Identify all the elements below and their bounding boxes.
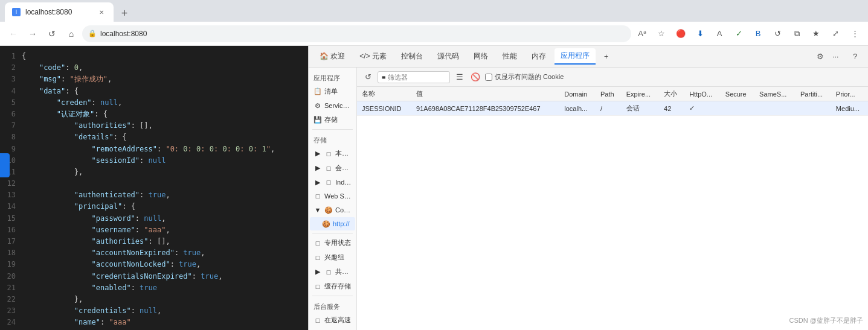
th-httponly: HttpO... [684,87,721,101]
line-number: 21 [0,282,22,294]
line-content [22,178,308,189]
line-content: "authorities": [], [22,120,308,132]
local-storage-icon: □ [324,150,333,158]
sidebar-separator-2 [312,233,353,233]
cell-9 [796,101,831,116]
devtools-panel: 🏠 欢迎 </> 元素 控制台 源代码 网络 性能 内存 应用程序 + ⚙ ··… [308,46,868,330]
sidebar-item-storage[interactable]: 💾 存储 [310,113,355,127]
extensions-icon[interactable]: Aᵃ [634,25,651,42]
filter-icon: ≡ [382,74,385,81]
line-number: 18 [0,247,22,259]
interest-group-label: 兴趣组 [324,253,344,262]
addon5-icon[interactable]: B [750,25,767,42]
addon4-icon[interactable]: ✓ [730,25,747,42]
line-number: 22 [0,294,22,305]
more-icon[interactable]: ⋮ [846,25,863,42]
line-number: 3 [0,74,22,85]
screenshot-icon[interactable]: ⤢ [827,25,844,42]
filter-options-button[interactable]: ☰ [454,71,466,83]
tab-favicon: l [12,8,21,16]
expand-icon-local: ▶ [313,150,322,158]
indexeddb-icon: □ [324,178,333,186]
code-line: 9 "remoteAddress": "0: 0: 0: 0: 0: 0: 0:… [0,144,308,155]
manifest-label: 清单 [324,87,338,96]
tab-sources[interactable]: 源代码 [431,49,465,64]
devtools-settings-icon[interactable]: ⚙ [817,52,824,61]
cookie-url-label: http:// [333,220,350,227]
service-worker-icon: ⚙ [313,101,322,110]
addon7-icon[interactable]: ⧉ [788,25,805,42]
sidebar-item-private-state[interactable]: □ 专用状态 [310,236,355,250]
tab-more[interactable]: + [598,50,614,63]
star-icon[interactable]: ☆ [653,25,670,42]
line-number: 16 [0,224,22,236]
show-problematic-checkbox-label[interactable]: 仅显示有问题的 Cookie [485,72,564,81]
sidebar-item-cookie[interactable]: ▼ 🍪 Cookie [310,203,355,217]
clear-cookies-button[interactable]: 🚫 [469,71,481,83]
code-line: 6 "认证对象": { [0,109,308,120]
tab-console[interactable]: 控制台 [395,49,429,64]
sidebar-item-shared-storage[interactable]: ▶ □ 共享存储 [310,265,355,279]
line-number: 23 [0,305,22,317]
tab-close-button[interactable]: ✕ [97,7,106,17]
devtools-help-icon[interactable]: ? [847,50,863,63]
tab-elements[interactable]: </> 元素 [353,49,393,64]
sidebar-item-cache-storage[interactable]: □ 缓存存储 [310,279,355,293]
line-number: 8 [0,132,22,143]
sidebar-item-manifest[interactable]: 📋 清单 [310,84,355,98]
back-button[interactable]: ← [5,25,22,42]
refresh-cookies-button[interactable]: ↺ [362,71,374,83]
addon3-icon[interactable]: A [711,25,728,42]
sidebar-item-background-fetch-sw[interactable]: □ 在返高速 [310,313,355,327]
expand-icon-session: ▶ [313,164,322,173]
private-state-icon: □ [313,239,322,247]
sidebar-item-local-storage[interactable]: ▶ □ 本地存储 [310,147,355,160]
bookmark-icon[interactable]: ★ [808,25,825,42]
code-line: 15 "password": null, [0,213,308,224]
refresh-button[interactable]: ↺ [43,25,60,42]
forward-button[interactable]: → [24,25,41,42]
th-domain: Domain [559,87,596,101]
storage-icon: 💾 [313,116,322,124]
addon2-icon[interactable]: ⬇ [692,25,709,42]
tab-title: localhost:8080 [25,8,92,16]
line-number: 5 [0,97,22,109]
tab-performance[interactable]: 性能 [497,49,523,64]
addon6-icon[interactable]: ↺ [769,25,786,42]
line-number: 6 [0,109,22,120]
sidebar-item-indexeddb[interactable]: ▶ □ IndexedD [310,176,355,189]
code-line: 3 "msg": "操作成功", [0,74,308,85]
active-tab[interactable]: l localhost:8080 ✕ [5,2,114,22]
sidebar-item-session-storage[interactable]: ▶ □ 会话存储 [310,161,355,175]
table-row[interactable]: JSESSIONID91A698A08CAE71128F4B25309752E4… [357,101,868,116]
show-problematic-checkbox[interactable] [485,74,492,81]
code-line: 24 "name": "aaa" [0,317,308,328]
home-button[interactable]: ⌂ [63,25,80,42]
filter-input[interactable] [388,74,436,81]
line-number: 2 [0,62,22,74]
code-line: 22 }, [0,294,308,305]
new-tab-button[interactable]: + [116,5,133,22]
devtools-more-icon[interactable]: ··· [826,50,844,63]
tab-welcome[interactable]: 🏠 欢迎 [313,49,351,64]
tab-network[interactable]: 网络 [468,49,494,64]
address-bar[interactable]: 🔒 localhost:8080 [82,25,631,42]
line-content: "credentials": null, [22,305,308,317]
sidebar-item-interest-group[interactable]: □ 兴趣组 [310,250,355,264]
line-number: 15 [0,213,22,224]
cookie-table: 名称 值 Domain Path Expire... 大小 HttpO... S… [357,87,868,330]
sidebar-item-cookie-url[interactable]: 🍪 http:// [310,217,355,230]
sidebar-item-websql[interactable]: □ Web SQL [310,189,355,203]
tab-application[interactable]: 应用程序 [555,48,596,65]
line-content: "data": { [22,86,308,97]
cell-7 [721,101,754,116]
code-line: 10 "sessionId": null [0,155,308,167]
line-content: { [22,51,308,62]
sidebar-item-background-fetch[interactable]: ↑ 后台获取 [310,328,355,330]
sidebar-item-service-worker[interactable]: ⚙ Service W [310,99,355,112]
cookie-filter-search[interactable]: ≡ [378,71,450,83]
addon1-icon[interactable]: 🔴 [672,25,689,42]
tab-memory[interactable]: 内存 [526,49,552,64]
interest-group-icon: □ [313,253,322,262]
tab-bar: l localhost:8080 ✕ + [0,0,868,22]
